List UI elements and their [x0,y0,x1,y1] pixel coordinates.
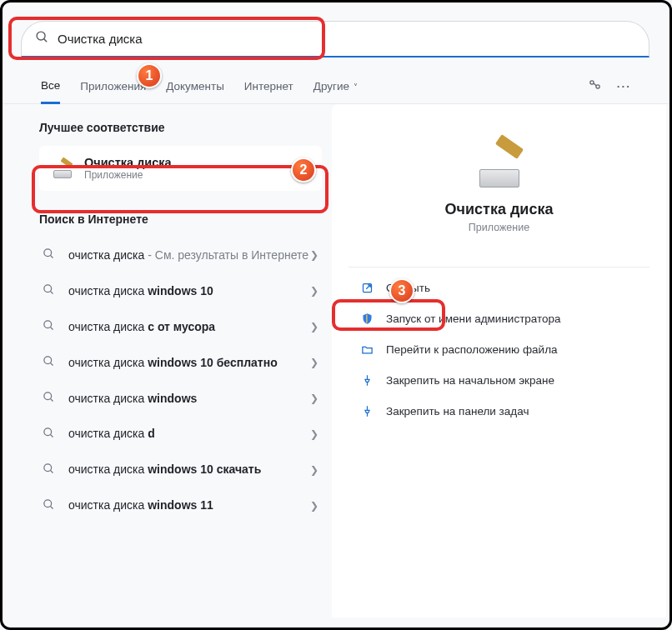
tabs-bar: Все Приложения Документы Интернет Другие… [3,69,669,104]
web-result-text: очистка диска windows 10 [68,283,310,299]
detail-subtitle: Приложение [349,222,649,233]
annotation-badge-1: 1 [137,63,162,88]
tab-more[interactable]: Другие ˅ [313,70,358,102]
web-result-text: очистка диска - См. результаты в Интерне… [68,248,310,263]
svg-line-4 [593,83,596,86]
search-icon [43,462,55,478]
divider [349,267,649,268]
search-icon [43,391,55,406]
web-result-text: очистка диска windows 10 бесплатно [68,355,310,371]
action-label: Закрепить на начальном экране [386,374,554,387]
web-result-text: очистка диска с от мусора [68,319,310,335]
search-window: Все Приложения Документы Интернет Другие… [0,0,672,630]
search-icon [43,319,55,334]
search-icon [43,427,55,442]
detail-title: Очистка диска [349,201,649,218]
folder-icon [360,342,374,357]
web-result-item[interactable]: очистка диска d ❯ [39,416,322,452]
svg-point-9 [44,321,52,328]
chevron-right-icon: ❯ [310,321,318,332]
web-result-text: очистка диска windows 11 [68,498,310,513]
search-icon [35,30,49,48]
svg-line-6 [50,256,53,258]
chevron-down-icon: ˅ [351,82,358,92]
chevron-right-icon: ❯ [310,500,318,512]
action-pin[interactable]: Закрепить на панели задач [349,396,649,427]
pin-icon [360,404,374,418]
action-folder[interactable]: Перейти к расположению файла [349,334,649,365]
web-result-text: очистка диска windows [68,391,310,407]
web-result-item[interactable]: очистка диска windows 10 ❯ [39,273,322,309]
detail-panel: Очистка диска Приложение ОткрытьЗапуск о… [332,104,666,618]
action-label: Закрепить на панели задач [386,405,529,418]
web-result-text: очистка диска windows 10 скачать [68,462,310,478]
svg-line-10 [50,328,53,330]
svg-point-0 [37,32,45,40]
svg-point-15 [44,428,52,436]
shield-icon [360,312,374,326]
best-match-item[interactable]: Очистка диска Приложение [39,146,322,191]
svg-line-1 [44,39,48,42]
svg-rect-22 [366,315,367,323]
web-result-item[interactable]: очистка диска windows 10 бесплатно ❯ [39,345,322,381]
tab-all[interactable]: Все [41,69,60,104]
search-icon [43,283,55,298]
results-column: Лучшее соответствие Очистка диска Прилож… [3,104,332,621]
web-result-item[interactable]: очистка диска - См. результаты в Интерне… [39,238,322,273]
svg-point-5 [44,249,52,257]
svg-point-19 [44,500,52,508]
web-search-header: Поиск в Интернете [39,212,322,226]
svg-line-14 [50,398,53,401]
search-icon [43,248,55,262]
chevron-right-icon: ❯ [310,285,318,297]
svg-point-7 [44,285,52,292]
annotation-badge-2: 2 [291,158,316,182]
web-result-text: очистка диска d [68,426,310,442]
search-icon [43,355,55,370]
tab-docs[interactable]: Документы [166,70,224,102]
web-result-item[interactable]: очистка диска windows 10 скачать ❯ [39,452,322,488]
action-pin[interactable]: Закрепить на начальном экране [349,365,649,396]
best-match-subtitle: Приложение [84,169,172,181]
content-area: Лучшее соответствие Очистка диска Прилож… [3,104,669,621]
best-match-header: Лучшее соответствие [39,121,322,134]
svg-point-17 [44,464,52,472]
svg-line-8 [50,292,53,294]
web-result-item[interactable]: очистка диска windows ❯ [39,381,322,417]
chevron-right-icon: ❯ [310,464,318,476]
disk-cleanup-icon [53,158,73,178]
open-icon [360,281,374,295]
svg-line-12 [50,362,53,365]
web-results-list: очистка диска - См. результаты в Интерне… [39,238,322,523]
svg-line-18 [50,470,53,472]
search-input[interactable] [58,32,635,46]
svg-point-13 [44,392,52,400]
web-result-item[interactable]: очистка диска windows 11 ❯ [39,488,322,523]
svg-line-16 [50,434,53,437]
chevron-right-icon: ❯ [310,428,318,440]
share-icon[interactable] [588,78,602,95]
disk-cleanup-icon-large [474,138,524,188]
action-shield[interactable]: Запуск от имени администратора [349,303,649,334]
annotation-badge-3: 3 [389,278,414,303]
best-match-title: Очистка диска [84,156,172,169]
pin-icon [360,373,374,388]
svg-line-20 [50,506,53,508]
chevron-right-icon: ❯ [310,392,318,404]
action-label: Запуск от имени администратора [386,312,561,325]
search-icon [43,498,55,513]
chevron-right-icon: ❯ [310,249,318,261]
web-result-item[interactable]: очистка диска с от мусора ❯ [39,309,322,345]
tab-web[interactable]: Интернет [244,70,293,102]
chevron-right-icon: ❯ [310,357,318,368]
action-label: Перейти к расположению файла [386,343,558,356]
more-icon[interactable]: ··· [617,80,631,92]
svg-point-11 [44,357,52,364]
search-bar[interactable] [21,21,649,58]
